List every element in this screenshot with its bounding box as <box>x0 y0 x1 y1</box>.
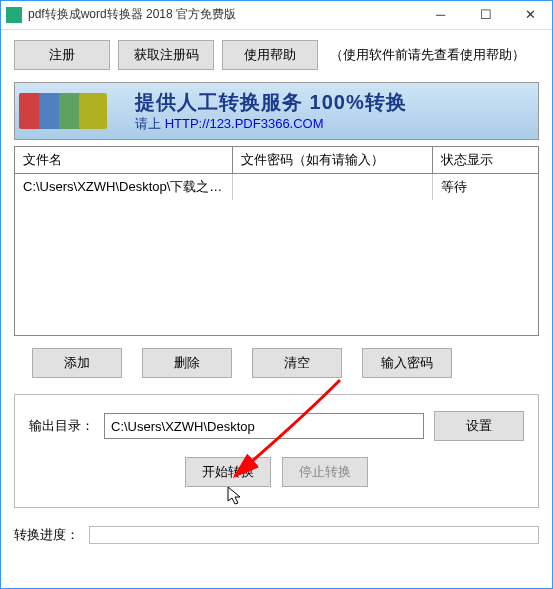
clear-button[interactable]: 清空 <box>252 348 342 378</box>
output-dir-label: 输出目录： <box>29 417 94 435</box>
enter-password-button[interactable]: 输入密码 <box>362 348 452 378</box>
promo-banner[interactable]: 提供人工转换服务 100%转换 请上 HTTP://123.PDF3366.CO… <box>14 82 539 140</box>
delete-button[interactable]: 删除 <box>142 348 232 378</box>
help-button[interactable]: 使用帮助 <box>222 40 318 70</box>
col-password[interactable]: 文件密码（如有请输入） <box>233 147 433 173</box>
col-filename[interactable]: 文件名 <box>15 147 233 173</box>
usage-hint: （使用软件前请先查看使用帮助） <box>330 46 525 64</box>
window-title: pdf转换成word转换器 2018 官方免费版 <box>28 6 418 23</box>
cell-password <box>233 174 433 200</box>
progress-bar <box>89 526 539 544</box>
output-dir-input[interactable] <box>104 413 424 439</box>
start-convert-button[interactable]: 开始转换 <box>185 457 271 487</box>
banner-graphic <box>15 83 135 139</box>
cell-status: 等待 <box>433 174 538 200</box>
add-button[interactable]: 添加 <box>32 348 122 378</box>
app-icon <box>6 7 22 23</box>
banner-link[interactable]: HTTP://123.PDF3366.COM <box>165 116 324 131</box>
banner-subtitle: 请上 HTTP://123.PDF3366.COM <box>135 114 538 132</box>
table-row[interactable]: C:\Users\XZWH\Desktop\下载之家.... 等待 <box>15 174 538 200</box>
get-code-button[interactable]: 获取注册码 <box>118 40 214 70</box>
register-button[interactable]: 注册 <box>14 40 110 70</box>
maximize-button[interactable]: ☐ <box>463 0 508 30</box>
cell-filename: C:\Users\XZWH\Desktop\下载之家.... <box>15 174 233 200</box>
minimize-button[interactable]: ─ <box>418 0 463 30</box>
col-status[interactable]: 状态显示 <box>433 147 538 173</box>
banner-title: 提供人工转换服务 100%转换 <box>135 90 538 114</box>
close-button[interactable]: ✕ <box>508 0 553 30</box>
progress-label: 转换进度： <box>14 526 79 544</box>
settings-button[interactable]: 设置 <box>434 411 524 441</box>
stop-convert-button: 停止转换 <box>282 457 368 487</box>
file-list: 文件名 文件密码（如有请输入） 状态显示 C:\Users\XZWH\Deskt… <box>14 146 539 336</box>
